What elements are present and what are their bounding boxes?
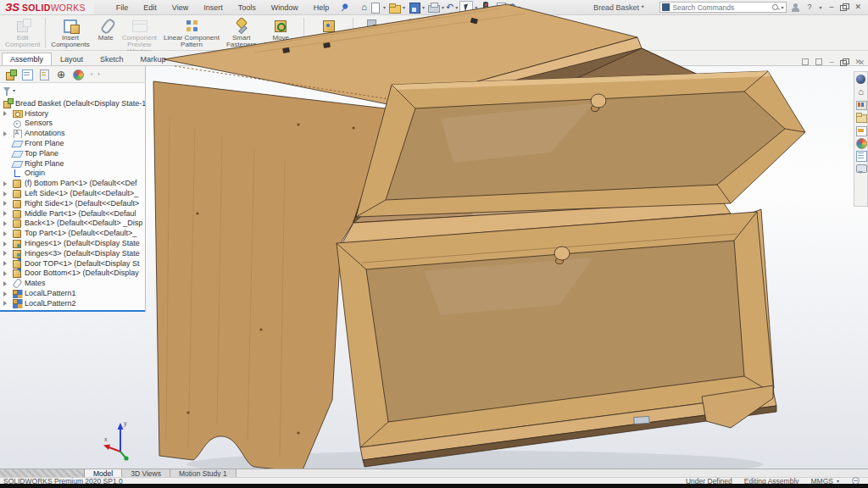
expand-arrow-icon[interactable] <box>3 241 7 247</box>
login-user-icon[interactable] <box>790 3 800 13</box>
search-commands-box[interactable]: ▾ <box>659 2 787 13</box>
save-dropdown[interactable]: ▾ <box>422 4 425 10</box>
open-icon[interactable] <box>387 1 401 14</box>
doc-tab-3d-views[interactable]: 3D Views <box>122 469 170 477</box>
expand-arrow-icon[interactable] <box>3 201 7 206</box>
featuremanager-tree-icon[interactable] <box>4 69 16 80</box>
tree-item-left[interactable]: Left Side<1> (Default<<Default>_ <box>0 188 145 198</box>
mate-button[interactable]: Mate <box>93 17 119 42</box>
tree-filter-row[interactable]: ▾ <box>0 83 146 97</box>
tree-item-door[interactable]: Door TOP<1> (Default<Display St <box>0 258 145 269</box>
edit-component-button[interactable]: EditComponent <box>2 17 43 48</box>
tree-item-annotations[interactable]: Annotations <box>0 128 145 138</box>
menu-file[interactable]: File <box>109 2 136 14</box>
doc-tab-motion-study-1[interactable]: Motion Study 1 <box>170 469 236 477</box>
filter-icon[interactable] <box>3 87 10 92</box>
select-tool-icon[interactable] <box>459 1 473 14</box>
expand-arrow-icon[interactable] <box>3 261 7 266</box>
tree-item-mates[interactable]: Mates <box>0 278 145 288</box>
tree-item-right[interactable]: Right Plane <box>0 158 145 169</box>
expand-arrow-icon[interactable] <box>3 131 7 136</box>
new-document-icon[interactable] <box>368 1 381 14</box>
tree-item-sensors[interactable]: Sensors <box>0 119 145 129</box>
filter-dropdown[interactable]: ▾ <box>13 87 15 93</box>
file-explorer-icon[interactable] <box>855 112 866 123</box>
pin-icon[interactable] <box>337 0 352 14</box>
dimxpert-manager-icon[interactable]: ⊕ <box>55 69 67 80</box>
minimize-button[interactable]: – <box>826 1 837 14</box>
tab-markup[interactable]: Markup <box>132 53 175 65</box>
component-preview-window-button[interactable]: ComponentPreviewWindow <box>119 17 160 55</box>
view-palette-icon[interactable] <box>855 125 866 136</box>
tree-item-hinges3[interactable]: Hinges<3> (Default<Display State <box>0 248 145 258</box>
configuration-manager-icon[interactable] <box>38 69 50 80</box>
display-manager-icon[interactable] <box>72 69 84 80</box>
doc-tab-model[interactable]: Model <box>85 469 122 477</box>
expand-arrow-icon[interactable] <box>3 191 7 197</box>
expand-arrow-icon[interactable] <box>3 271 7 276</box>
print-icon[interactable] <box>426 1 440 14</box>
doc-next-window-icon[interactable] <box>815 58 822 65</box>
tree-item-top[interactable]: Top Plane <box>0 148 145 158</box>
tab-sketch[interactable]: Sketch <box>92 53 132 65</box>
new-dropdown[interactable]: ▾ <box>383 4 386 10</box>
menu-window[interactable]: Window <box>264 2 305 14</box>
tree-item-middle[interactable]: Middle Part<1> (Default<<Defaul <box>0 208 145 219</box>
tab-solidworks-add-ins[interactable]: SOLIDWORKS Add-Ins <box>221 53 318 65</box>
search-icon[interactable] <box>771 3 780 12</box>
tree-item-origin[interactable]: Origin <box>0 169 145 179</box>
tree-item-locallpattern2[interactable]: LocalLPattern2 <box>0 298 145 308</box>
tab-layout[interactable]: Layout <box>52 53 92 65</box>
tree-item-locallpattern1[interactable]: LocalLPattern1 <box>0 288 145 298</box>
tree-item-back1[interactable]: Back<1> (Default<<Default> _Disp <box>0 219 145 229</box>
expand-arrow-icon[interactable] <box>3 251 7 256</box>
expand-arrow-icon[interactable] <box>3 111 7 116</box>
forum-icon[interactable] <box>855 163 866 174</box>
expand-arrow-icon[interactable] <box>3 211 7 216</box>
rollback-bar[interactable] <box>0 310 146 312</box>
assembly-features-button[interactable]: AssemblyFeatures <box>355 17 392 48</box>
insert-components-button[interactable]: InsertComponents▾ <box>47 17 92 54</box>
custom-properties-icon[interactable] <box>855 150 866 161</box>
fm-tab-arrows[interactable]: ‹ › <box>91 71 102 77</box>
reference-geometry-button[interactable]: ReferenceGeometry <box>392 17 430 48</box>
tree-item-history[interactable]: History <box>0 108 145 119</box>
tree-item-bread[interactable]: Bread Basket (Default<Display State-1 <box>0 98 145 108</box>
close-button[interactable]: ✕ <box>851 1 865 14</box>
menu-insert[interactable]: Insert <box>197 2 230 14</box>
tab-evaluate[interactable]: Evaluate <box>175 53 221 65</box>
search-input[interactable] <box>672 3 771 12</box>
expand-arrow-icon[interactable] <box>3 301 7 306</box>
tree-item-right[interactable]: Right Side<1> (Default<<Default> <box>0 198 145 208</box>
linear-component-pattern-button[interactable]: Linear ComponentPattern▾ <box>160 17 223 54</box>
doc-prev-window-icon[interactable] <box>802 58 809 65</box>
tree-item-top[interactable]: Top Part<1> (Default<<Default>_ <box>0 228 145 238</box>
file-properties-icon[interactable] <box>493 1 507 14</box>
print-dropdown[interactable]: ▾ <box>442 4 444 10</box>
expand-arrow-icon[interactable] <box>3 181 7 186</box>
show-hidden-components-button[interactable]: ShowHiddenComponents <box>306 17 351 55</box>
task-pane-close-icon[interactable]: ✕ <box>858 58 865 67</box>
doc-minimize-button[interactable]: – <box>829 58 833 66</box>
tree-item-door[interactable]: Door Bottom<1> (Default<Display <box>0 269 145 279</box>
restore-button[interactable] <box>840 3 848 11</box>
instant3d-button[interactable] <box>459 17 485 35</box>
undo-icon[interactable]: ↶ <box>446 1 453 14</box>
home-icon[interactable]: ⌂ <box>361 1 367 14</box>
tab-splitter-handle[interactable] <box>0 469 85 477</box>
tree-item-hinges1[interactable]: Hinges<1> (Default<Display State <box>0 238 145 248</box>
expand-arrow-icon[interactable] <box>3 221 7 226</box>
appearances-icon[interactable] <box>855 137 866 148</box>
options-dropdown[interactable]: ▾ <box>518 4 520 10</box>
search-scope-icon[interactable] <box>662 3 670 11</box>
home-icon[interactable]: ⌂ <box>855 86 866 97</box>
search-dropdown[interactable]: ▾ <box>781 4 783 10</box>
rebuild-icon[interactable] <box>479 1 492 14</box>
property-manager-icon[interactable] <box>21 69 33 80</box>
design-library-icon[interactable] <box>855 99 866 110</box>
expand-arrow-icon[interactable] <box>3 231 7 236</box>
undo-dropdown[interactable]: ▾ <box>455 4 458 10</box>
doc-restore-button[interactable] <box>840 58 848 66</box>
help-button[interactable]: ? <box>804 1 815 14</box>
save-icon[interactable] <box>407 1 420 14</box>
